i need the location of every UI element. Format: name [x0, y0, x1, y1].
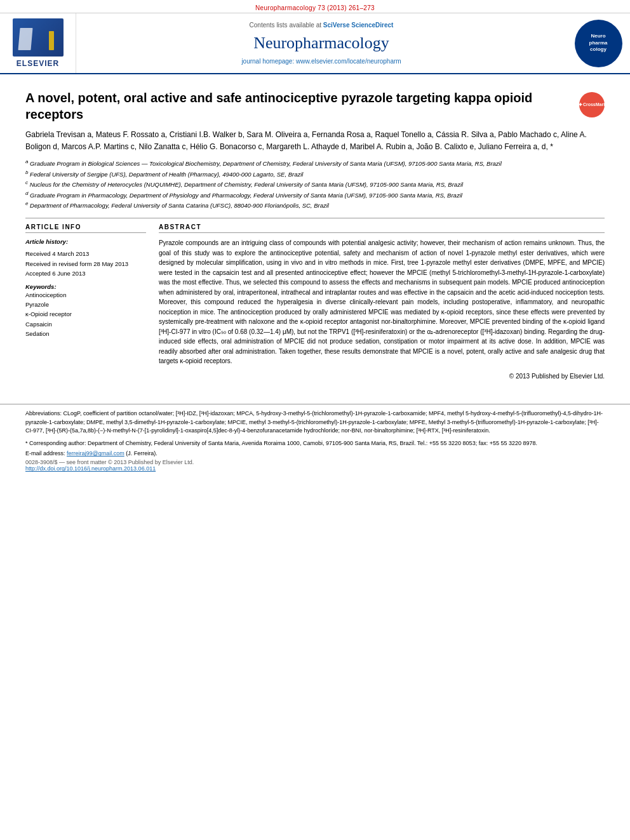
top-journal-bar: Neuropharmacology 73 (2013) 261–273 — [0, 0, 630, 13]
crossmark-icon[interactable]: ✦ CrossMark — [579, 92, 605, 117]
sciverse-link[interactable]: SciVerse ScienceDirect — [323, 22, 394, 29]
journal-title-section: Contents lists available at SciVerse Sci… — [76, 13, 566, 73]
journal-issue-info: Neuropharmacology 73 (2013) 261–273 — [255, 4, 375, 11]
article-title: A novel, potent, oral active and safe an… — [25, 90, 573, 123]
journal-name: Neuropharmacology — [253, 34, 389, 53]
keyword-capsaicin: Capsaicin — [25, 319, 146, 329]
abbreviations-footnote: Abbreviations: CLogP, coefficient of par… — [25, 410, 605, 436]
journal-homepage[interactable]: journal homepage: www.elsevier.com/locat… — [241, 58, 401, 65]
authors-list: Gabriela Trevisan a, Mateus F. Rossato a… — [25, 130, 587, 151]
elsevier-logo: ELSEVIER — [13, 18, 64, 68]
email-suffix: (J. Ferreira). — [126, 450, 158, 457]
history-label: Article history: — [25, 238, 146, 245]
email-label: E-mail address: — [25, 450, 65, 457]
keywords-list: Antinociception Pyrazole κ-Opioid recept… — [25, 290, 146, 338]
journal-header: ELSEVIER Contents lists available at Sci… — [0, 13, 630, 74]
article-title-section: A novel, potent, oral active and safe an… — [25, 90, 605, 123]
received-revised-date: Received in revised form 28 May 2013 — [25, 259, 146, 269]
footer-section: Abbreviations: CLogP, coefficient of par… — [0, 404, 630, 479]
affiliation-d: d Graduate Program in Pharmacology, Depa… — [25, 190, 605, 200]
email-line: E-mail address: ferreiraj99@gmail.com (J… — [25, 450, 605, 457]
main-content: A novel, potent, oral active and safe an… — [0, 74, 630, 391]
two-column-layout: Article Info Article history: Received 4… — [25, 223, 605, 381]
keyword-antinociception: Antinociception — [25, 290, 146, 300]
keywords-section: Keywords: Antinociception Pyrazole κ-Opi… — [25, 283, 146, 338]
elsevier-wordmark: ELSEVIER — [17, 59, 59, 68]
issn-line: 0028-3908/$ — see front matter © 2013 Pu… — [25, 459, 605, 472]
journal-logo-right: Neuro pharma cology — [566, 13, 630, 73]
sciverse-line: Contents lists available at SciVerse Sci… — [250, 22, 394, 29]
elsevier-logo-graphic — [13, 18, 64, 57]
author-email[interactable]: ferreiraj99@gmail.com — [67, 450, 124, 457]
affiliation-a: a Graduate Program in Biological Science… — [25, 158, 605, 168]
affiliation-c: c Nucleus for the Chemistry of Heterocyc… — [25, 179, 605, 189]
article-info-column: Article Info Article history: Received 4… — [25, 223, 146, 381]
received-date: Received 4 March 2013 — [25, 249, 146, 258]
affiliation-b: b Federal University of Sergipe (UFS), D… — [25, 169, 605, 179]
abstract-heading: Abstract — [159, 223, 605, 233]
article-dates: Received 4 March 2013 Received in revise… — [25, 249, 146, 278]
affiliation-e: e Department of Pharmacology, Federal Un… — [25, 200, 605, 210]
elsevier-logo-section: ELSEVIER — [0, 13, 76, 73]
issn-text: 0028-3908/$ — see front matter © 2013 Pu… — [25, 459, 605, 465]
crossmark-badge[interactable]: ✦ CrossMark — [579, 92, 605, 117]
abstract-column: Abstract Pyrazole compounds are an intri… — [159, 223, 605, 381]
section-divider — [25, 218, 605, 218]
doi-link[interactable]: http://dx.doi.org/10.1016/j.neuropharm.2… — [25, 465, 605, 472]
authors-section: Gabriela Trevisan a, Mateus F. Rossato a… — [25, 129, 605, 153]
article-info-heading: Article Info — [25, 223, 146, 233]
accepted-date: Accepted 6 June 2013 — [25, 269, 146, 278]
affiliations-section: a Graduate Program in Biological Science… — [25, 158, 605, 210]
abstract-body: Pyrazole compounds are an intriguing cla… — [159, 238, 605, 381]
corresponding-author-info: * Corresponding author: Department of Ch… — [25, 439, 605, 448]
keyword-pyrazole: Pyrazole — [25, 300, 146, 309]
page: Neuropharmacology 73 (2013) 261–273 ELSE… — [0, 0, 630, 479]
keyword-opioid-receptor: κ-Opioid receptor — [25, 309, 146, 319]
keywords-label: Keywords: — [25, 283, 146, 290]
neuro-journal-logo: Neuro pharma cology — [575, 20, 622, 67]
keyword-sedation: Sedation — [25, 329, 146, 338]
abstract-paragraph: Pyrazole compounds are an intriguing cla… — [159, 238, 605, 366]
copyright-line: © 2013 Published by Elsevier Ltd. — [159, 371, 605, 382]
